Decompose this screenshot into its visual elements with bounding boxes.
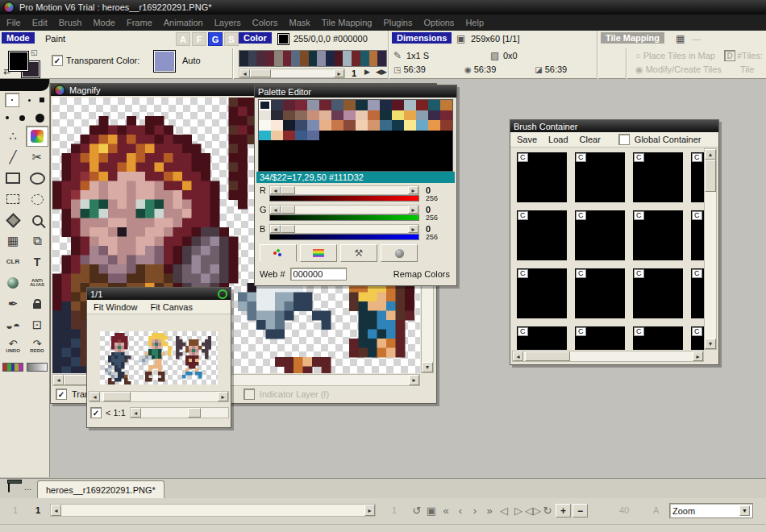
palette-cell[interactable]: [259, 120, 271, 131]
palette-bars-button[interactable]: [2, 356, 24, 377]
slider-right-icon[interactable]: ▸: [408, 186, 418, 194]
palette-cell[interactable]: [331, 131, 343, 141]
palette-cell[interactable]: [271, 151, 283, 161]
brush-container-title-bar[interactable]: Brush Container: [510, 120, 718, 132]
brush-size-1[interactable]: [5, 93, 19, 107]
antialias-tool[interactable]: ANTiALIAS: [26, 272, 48, 293]
scroll-left-icon[interactable]: ◂: [53, 375, 64, 385]
palette-cell[interactable]: [319, 120, 331, 131]
indicator-layer-checkbox[interactable]: [244, 389, 255, 400]
palette-cell[interactable]: [368, 120, 380, 131]
clear-menu[interactable]: Clear: [580, 135, 601, 144]
scroll-right-icon[interactable]: ▸: [693, 351, 703, 361]
palette-strip-color[interactable]: [248, 51, 257, 66]
palette-cell[interactable]: [440, 160, 452, 171]
brush-slot[interactable]: C: [575, 210, 625, 260]
brush-slot[interactable]: C: [517, 152, 567, 202]
palette-cell[interactable]: [404, 160, 416, 171]
brush-slot[interactable]: C: [691, 326, 704, 350]
remove-frame-button[interactable]: −: [572, 504, 588, 517]
palette-cell[interactable]: [380, 131, 392, 141]
palette-cell[interactable]: [271, 100, 283, 110]
palette-cell[interactable]: [368, 160, 380, 171]
brush-hscrollbar[interactable]: ◂ ▸: [512, 351, 704, 362]
palette-cell[interactable]: [283, 120, 295, 131]
palette-cell[interactable]: [319, 100, 331, 110]
remap-colors-link[interactable]: Remap Colors: [393, 269, 450, 279]
palette-cell[interactable]: [428, 120, 440, 131]
palette-cell[interactable]: [259, 131, 271, 141]
palette-cell[interactable]: [343, 120, 356, 131]
transparent-color-checkbox[interactable]: ✓: [52, 55, 63, 66]
foreground-color-swatch[interactable]: [8, 51, 29, 72]
scroll-thumb[interactable]: [525, 351, 570, 361]
brush-slot[interactable]: C: [691, 268, 704, 318]
scroll-left-icon[interactable]: ◂: [131, 408, 141, 418]
brush-slot[interactable]: C: [517, 210, 567, 260]
line-tool[interactable]: ╱: [2, 147, 24, 168]
frame-scrollbar[interactable]: ◂ ▸: [50, 504, 376, 517]
palette-cell[interactable]: [380, 140, 392, 151]
palette-cell[interactable]: [392, 120, 404, 131]
palette-strip-color[interactable]: [283, 51, 292, 66]
scroll-down-icon[interactable]: ▾: [705, 339, 716, 349]
mode-button-a[interactable]: A: [176, 32, 190, 46]
scroll-left-icon[interactable]: ◂: [513, 351, 523, 361]
palette-cell[interactable]: [428, 151, 440, 161]
palette-cell[interactable]: [343, 140, 356, 151]
palette-cell[interactable]: [319, 140, 331, 151]
brush-size-5[interactable]: [19, 115, 25, 121]
scroll-thumb[interactable]: [705, 160, 716, 192]
brush-size-6[interactable]: [35, 114, 44, 123]
brush-size-2[interactable]: [28, 99, 31, 102]
palette-cell[interactable]: [283, 110, 295, 121]
grid-tool[interactable]: ▦: [2, 231, 24, 251]
palette-jump-icon[interactable]: ◀▶: [376, 68, 387, 76]
slider-right-icon[interactable]: ▸: [408, 225, 418, 233]
palette-strip-color[interactable]: [274, 51, 283, 66]
brush-slot[interactable]: C: [517, 268, 567, 318]
palette-cell[interactable]: [295, 100, 307, 110]
palette-cell[interactable]: [440, 131, 452, 141]
brush-slot[interactable]: C: [633, 268, 683, 318]
palette-strip-scrollbar[interactable]: ◂ ▸: [239, 69, 345, 78]
scroll-left-icon[interactable]: ◂: [90, 392, 100, 401]
palette-cell[interactable]: [380, 100, 392, 110]
palette-cell[interactable]: [319, 110, 331, 121]
scroll-left-icon[interactable]: ◂: [239, 69, 250, 77]
preview-hscrollbar[interactable]: ◂ ▸: [89, 391, 229, 402]
palette-cell[interactable]: [428, 110, 440, 121]
brush-size-3[interactable]: [40, 98, 44, 102]
palette-cell[interactable]: [428, 100, 440, 110]
slider-thumb[interactable]: [281, 186, 295, 194]
palette-cell[interactable]: [271, 160, 283, 171]
menu-file[interactable]: File: [6, 18, 21, 27]
spray-tool[interactable]: ∴: [2, 126, 24, 147]
palette-cell[interactable]: [368, 131, 380, 141]
palette-cell[interactable]: [295, 140, 307, 151]
palette-cell[interactable]: [295, 160, 307, 171]
palette-cell[interactable]: [307, 100, 319, 110]
scroll-right-icon[interactable]: ▸: [364, 505, 375, 516]
palette-cell[interactable]: [259, 151, 271, 161]
menu-tile-mapping[interactable]: Tile Mapping: [322, 18, 373, 27]
palette-cell[interactable]: [404, 140, 416, 151]
palette-cell[interactable]: [356, 120, 368, 131]
palette-cell[interactable]: [259, 110, 271, 121]
d-button[interactable]: D: [724, 50, 735, 61]
palette-cell[interactable]: [440, 120, 452, 131]
palette-cell[interactable]: [380, 151, 392, 161]
palette-cell[interactable]: [404, 100, 416, 110]
palette-strip-color[interactable]: [239, 51, 248, 66]
palette-strip[interactable]: [239, 50, 387, 67]
palette-cell[interactable]: [259, 100, 271, 110]
menu-edit[interactable]: Edit: [32, 18, 48, 27]
menu-frame[interactable]: Frame: [127, 18, 152, 27]
scroll-right-icon[interactable]: ▸: [218, 392, 228, 401]
palette-cell[interactable]: [356, 100, 368, 110]
palette-cell[interactable]: [416, 160, 428, 171]
rectangle-tool[interactable]: [2, 168, 24, 189]
document-tab[interactable]: heroes__r169220291.PNG*: [37, 480, 164, 499]
brush-slot[interactable]: C: [517, 326, 567, 350]
slider-right-icon[interactable]: ▸: [408, 206, 418, 214]
